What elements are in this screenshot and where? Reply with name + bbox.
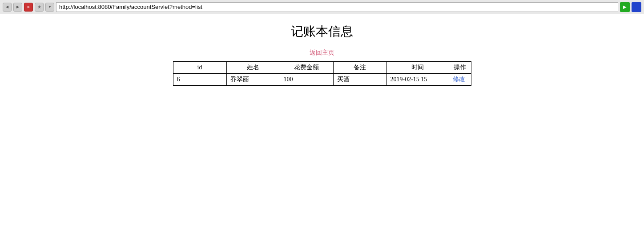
address-bar[interactable] — [56, 2, 618, 12]
col-header-name: 姓名 — [226, 62, 280, 74]
col-header-time: 时间 — [386, 62, 449, 74]
history-dropdown[interactable] — [45, 3, 54, 12]
table-row: 6 乔翠丽 100 买酒 2019-02-15 15 修改 — [173, 74, 471, 86]
col-header-action: 操作 — [449, 62, 471, 74]
browser-toolbar — [0, 0, 644, 14]
browser-window: 记账本信息 返回主页 id 姓名 花费金额 备注 时间 操作 6 乔翠丽 10 — [0, 0, 644, 251]
stop-button[interactable] — [24, 3, 33, 12]
page-content: 记账本信息 返回主页 id 姓名 花费金额 备注 时间 操作 6 乔翠丽 10 — [0, 14, 644, 251]
cell-action: 修改 — [449, 74, 471, 86]
go-button[interactable] — [620, 2, 630, 12]
table-header-row: id 姓名 花费金额 备注 时间 操作 — [173, 62, 471, 74]
col-header-amount: 花费金额 — [280, 62, 333, 74]
back-button[interactable] — [3, 3, 12, 12]
cell-note: 买酒 — [333, 74, 386, 86]
cell-name: 乔翠丽 — [226, 74, 280, 86]
col-header-note: 备注 — [333, 62, 386, 74]
cell-id: 6 — [173, 74, 226, 86]
bookmark-button[interactable] — [35, 3, 44, 12]
cell-amount: 100 — [280, 74, 333, 86]
edit-link[interactable]: 修改 — [453, 76, 465, 83]
col-header-id: id — [173, 62, 226, 74]
cell-time: 2019-02-15 15 — [386, 74, 449, 86]
page-title: 记账本信息 — [9, 23, 635, 40]
back-link-container: 返回主页 — [9, 49, 635, 57]
back-link[interactable]: 返回主页 — [310, 49, 334, 56]
forward-button[interactable] — [13, 3, 22, 12]
accounts-table: id 姓名 花费金额 备注 时间 操作 6 乔翠丽 100 买酒 2019-02… — [173, 61, 471, 86]
extension-button[interactable] — [632, 2, 641, 12]
